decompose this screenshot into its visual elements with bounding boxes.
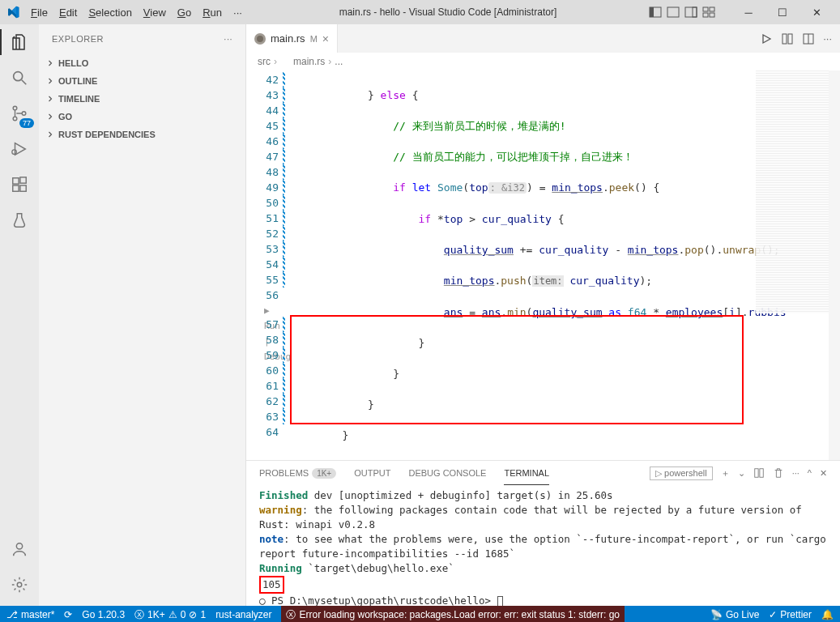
svg-rect-25 — [788, 34, 792, 44]
sidebar-section-hello[interactable]: HELLO — [39, 54, 245, 72]
maximize-button[interactable]: ☐ — [765, 0, 799, 24]
status-error-message[interactable]: ⓧ Error loading workspace: packages.Load… — [281, 606, 625, 622]
tab-problems[interactable]: PROBLEMS1K+ — [259, 468, 336, 479]
svg-rect-19 — [20, 177, 26, 183]
editor-more-icon[interactable]: ··· — [823, 32, 832, 45]
svg-rect-4 — [693, 7, 697, 17]
status-sync[interactable]: ⟳ — [64, 609, 72, 620]
tab-terminal[interactable]: TERMINAL — [504, 461, 549, 485]
layout-toggle-bottom-icon[interactable] — [667, 6, 680, 19]
breadcrumb-more[interactable]: ... — [335, 56, 343, 67]
terminal[interactable]: Finished dev [unoptimized + debuginfo] t… — [246, 485, 840, 606]
svg-point-12 — [13, 117, 17, 121]
menu-selection[interactable]: Selection — [83, 3, 136, 22]
layout-toggle-right-icon[interactable] — [684, 6, 697, 19]
menu-more[interactable]: ··· — [228, 3, 247, 22]
svg-point-11 — [13, 106, 17, 110]
sidebar-section-rust-deps[interactable]: RUST DEPENDENCIES — [39, 126, 245, 143]
sidebar: EXPLORER ··· HELLO OUTLINE TIMELINE GO R… — [39, 24, 246, 606]
status-go-live[interactable]: 📡 Go Live — [710, 609, 759, 620]
window-title: main.rs - hello - Visual Studio Code [Ad… — [247, 6, 649, 18]
sidebar-section-go[interactable]: GO — [39, 108, 245, 126]
svg-rect-28 — [754, 469, 757, 478]
breadcrumbs[interactable]: src › main.rs › ... — [246, 53, 840, 70]
scrollbar-vertical[interactable] — [829, 70, 840, 460]
trash-icon[interactable] — [773, 467, 784, 479]
minimap[interactable] — [756, 70, 829, 313]
sidebar-more-icon[interactable]: ··· — [224, 34, 232, 44]
split-terminal-icon[interactable] — [753, 467, 765, 479]
split-icon[interactable] — [781, 32, 794, 45]
svg-rect-5 — [703, 7, 708, 11]
svg-rect-2 — [667, 7, 679, 17]
menu-go[interactable]: Go — [173, 3, 196, 22]
panel-tabs: PROBLEMS1K+ OUTPUT DEBUG CONSOLE TERMINA… — [246, 461, 840, 485]
svg-rect-6 — [710, 7, 714, 11]
menu-view[interactable]: View — [139, 3, 171, 22]
gutter: 424344454647484950515253545556 ▶ Run | D… — [246, 70, 292, 460]
run-icon[interactable] — [760, 32, 773, 45]
highlight-box-output: 105 — [259, 576, 284, 594]
panel-more-icon[interactable]: ··· — [792, 468, 799, 478]
layout-icon[interactable] — [802, 32, 815, 45]
terminal-dropdown-icon[interactable]: ⌄ — [738, 468, 745, 479]
menu-edit[interactable]: Edit — [54, 3, 82, 22]
breadcrumb-src[interactable]: src — [258, 56, 271, 67]
rust-icon — [280, 57, 290, 66]
svg-rect-17 — [13, 185, 19, 191]
menu-file[interactable]: File — [26, 3, 53, 22]
svg-point-9 — [14, 72, 23, 81]
status-go-version[interactable]: Go 1.20.3 — [82, 609, 125, 620]
panel: PROBLEMS1K+ OUTPUT DEBUG CONSOLE TERMINA… — [246, 460, 840, 606]
layout-toggle-left-icon[interactable] — [649, 6, 662, 19]
tab-output[interactable]: OUTPUT — [354, 468, 390, 478]
svg-point-15 — [12, 150, 17, 155]
codelens-run-debug[interactable]: ▶ Run | Debug — [246, 303, 279, 317]
terminal-shell-select[interactable]: ▷ powershell — [650, 466, 713, 480]
maximize-panel-icon[interactable]: ^ — [808, 468, 812, 478]
vscode-icon — [6, 6, 19, 19]
search-icon[interactable] — [8, 66, 31, 89]
editor-area: main.rs M × ··· src › main.rs › ... 4243… — [246, 24, 840, 606]
titlebar: File Edit Selection View Go Run ··· main… — [0, 0, 840, 24]
close-panel-icon[interactable]: ✕ — [820, 468, 827, 479]
status-prettier[interactable]: ✓ Prettier — [769, 609, 812, 620]
breadcrumb-main-rs[interactable]: main.rs — [293, 56, 325, 67]
tab-debug-console[interactable]: DEBUG CONSOLE — [408, 468, 486, 478]
close-button[interactable]: ✕ — [799, 0, 834, 24]
tab-main-rs[interactable]: main.rs M × — [246, 24, 338, 53]
tab-bar: main.rs M × ··· — [246, 24, 840, 53]
menu-run[interactable]: Run — [198, 3, 227, 22]
status-notifications-icon[interactable]: 🔔 — [821, 609, 834, 620]
svg-marker-23 — [763, 35, 770, 43]
svg-rect-7 — [703, 13, 708, 17]
problems-badge: 1K+ — [312, 468, 336, 479]
svg-point-22 — [257, 36, 263, 42]
minimize-button[interactable]: ─ — [731, 0, 765, 24]
add-terminal-icon[interactable]: ＋ — [721, 467, 730, 479]
status-rust-analyzer[interactable]: rust-analyzer — [215, 609, 271, 620]
test-icon[interactable] — [8, 209, 31, 232]
explorer-icon[interactable] — [8, 31, 31, 53]
rust-icon — [254, 33, 266, 45]
code-editor[interactable]: 424344454647484950515253545556 ▶ Run | D… — [246, 70, 840, 460]
sidebar-section-outline[interactable]: OUTLINE — [39, 72, 245, 90]
svg-rect-8 — [710, 13, 714, 17]
debug-icon[interactable] — [8, 138, 31, 160]
settings-icon[interactable] — [8, 573, 31, 596]
scm-icon[interactable]: 77 — [8, 102, 31, 125]
layout-customize-icon[interactable] — [702, 6, 715, 19]
statusbar: ⎇ master* ⟳ Go 1.20.3 ⓧ 1K+ ⚠ 0 ⊘ 1 rust… — [0, 606, 840, 622]
svg-rect-18 — [20, 185, 26, 191]
status-branch[interactable]: ⎇ master* — [6, 609, 54, 620]
account-icon[interactable] — [8, 538, 31, 560]
status-problems[interactable]: ⓧ 1K+ ⚠ 0 ⊘ 1 — [134, 608, 206, 622]
menu-bar: File Edit Selection View Go Run ··· — [26, 3, 247, 22]
svg-point-20 — [16, 543, 22, 549]
svg-point-21 — [17, 582, 22, 587]
svg-rect-1 — [650, 7, 654, 17]
extensions-icon[interactable] — [8, 173, 31, 196]
tab-close-icon[interactable]: × — [322, 32, 329, 45]
sidebar-section-timeline[interactable]: TIMELINE — [39, 90, 245, 108]
svg-line-10 — [22, 80, 27, 85]
